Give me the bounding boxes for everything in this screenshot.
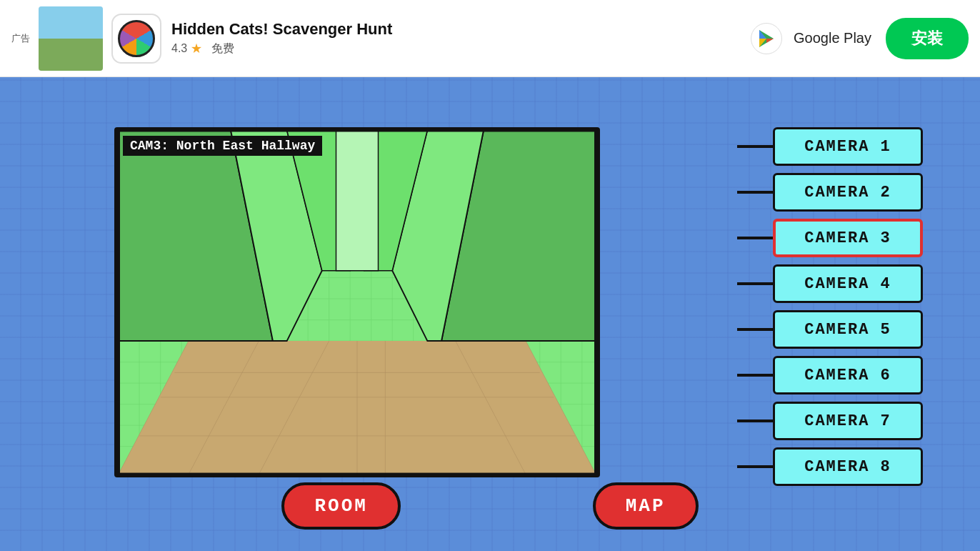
ad-banner: 广告 Hidden Cats! Scavenger Hunt 4.3 ★ 免费 — [0, 0, 980, 77]
google-play-icon — [751, 23, 782, 54]
cam-connector-1 — [737, 145, 773, 148]
camera-button-wrap-6: CAMERA 6 — [737, 356, 923, 394]
camera-button-wrap-1: CAMERA 1 — [737, 127, 923, 166]
ad-label: 广告 — [11, 32, 30, 45]
cam-connector-3 — [737, 237, 773, 239]
cam-connector-6 — [737, 374, 773, 377]
camera-button-wrap-2: CAMERA 2 — [737, 173, 923, 212]
camera-label: CAM3: North East Hallway — [123, 136, 322, 156]
bottom-buttons: ROOM MAP — [0, 482, 980, 530]
camera-button-7[interactable]: CAMERA 7 — [773, 402, 923, 440]
ad-game-image — [39, 6, 103, 71]
camera-button-wrap-7: CAMERA 7 — [737, 402, 923, 440]
ad-app-icon[interactable] — [111, 14, 161, 64]
camera-button-1[interactable]: CAMERA 1 — [773, 127, 923, 166]
ad-rating: 4.3 — [171, 42, 187, 54]
camera-viewport: CAM3: North East Hallway — [114, 127, 600, 477]
cam-connector-2 — [737, 191, 773, 194]
ad-meta: 4.3 ★ 免费 — [171, 41, 751, 56]
game-area: CAM3: North East Hallway — [0, 77, 980, 551]
svg-marker-3 — [766, 39, 774, 43]
ad-price: 免费 — [211, 42, 234, 54]
camera-button-3[interactable]: CAMERA 3 — [773, 219, 923, 257]
ad-text-block: Hidden Cats! Scavenger Hunt 4.3 ★ 免费 — [171, 20, 751, 56]
install-button[interactable]: 安装 — [886, 18, 969, 59]
camera-button-2[interactable]: CAMERA 2 — [773, 173, 923, 212]
camera-button-4[interactable]: CAMERA 4 — [773, 264, 923, 303]
cam-connector-8 — [737, 465, 773, 468]
map-button[interactable]: MAP — [593, 482, 699, 530]
google-play-area: Google Play — [751, 23, 871, 54]
ad-star: ★ — [191, 42, 202, 54]
beach-ball-icon — [118, 20, 155, 57]
cam-connector-4 — [737, 282, 773, 285]
camera-panel: CAMERA 1CAMERA 2CAMERA 3CAMERA 4CAMERA 5… — [737, 127, 923, 486]
cam-connector-7 — [737, 420, 773, 422]
camera-button-wrap-8: CAMERA 8 — [737, 447, 923, 486]
camera-button-wrap-5: CAMERA 5 — [737, 310, 923, 349]
room-button[interactable]: ROOM — [281, 482, 400, 530]
camera-button-wrap-3: CAMERA 3 — [737, 219, 923, 257]
svg-rect-60 — [336, 130, 378, 271]
camera-button-8[interactable]: CAMERA 8 — [773, 447, 923, 486]
hallway-scene — [117, 130, 597, 475]
ad-title: Hidden Cats! Scavenger Hunt — [171, 20, 751, 39]
camera-button-wrap-4: CAMERA 4 — [737, 264, 923, 303]
camera-button-5[interactable]: CAMERA 5 — [773, 310, 923, 349]
google-play-text: Google Play — [794, 30, 871, 46]
google-play-logo: Google Play — [751, 23, 871, 54]
cam-connector-5 — [737, 328, 773, 331]
camera-button-6[interactable]: CAMERA 6 — [773, 356, 923, 394]
